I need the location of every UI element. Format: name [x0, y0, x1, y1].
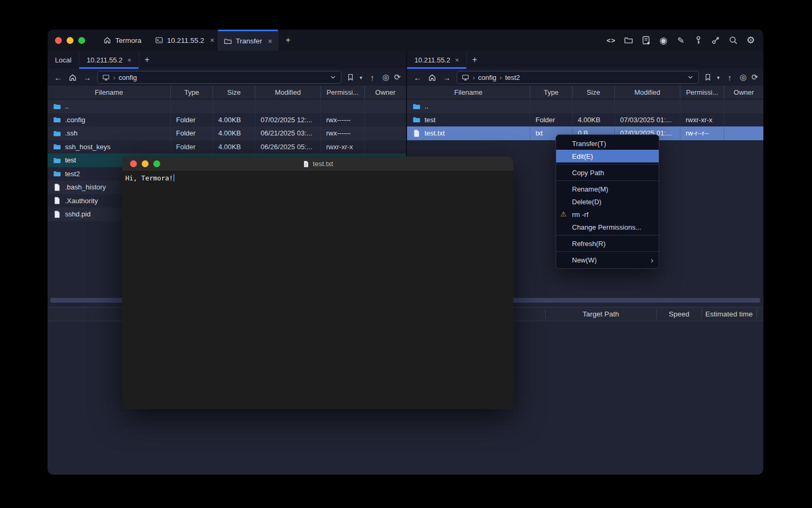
add-session-button[interactable]: +: [467, 51, 482, 69]
keychain-button[interactable]: [710, 35, 721, 46]
right-panel-toolbar: ← → › config › test2 ▾ ↑ ◎ ⟳: [407, 69, 763, 86]
close-window-button[interactable]: [55, 37, 62, 44]
column-header-target-path[interactable]: Target Path: [545, 307, 657, 321]
column-header-estimated-time[interactable]: Estimated time: [702, 307, 756, 321]
settings-button[interactable]: ⚙: [745, 35, 756, 46]
hidden-files-toggle[interactable]: ◎: [740, 72, 746, 82]
subtab-remote-session[interactable]: 10.211.55.2 ×: [79, 51, 139, 69]
parent-directory-button[interactable]: ↑: [367, 73, 377, 82]
table-row[interactable]: .config Folder4.00KB07/02/2025 12:...rwx…: [48, 113, 406, 127]
table-row[interactable]: .ssh Folder4.00KB06/21/2025 03:...rwx---…: [48, 126, 406, 140]
parent-directory-button[interactable]: ↑: [724, 73, 735, 82]
menu-item-change-permissions[interactable]: Change Permissions...: [556, 221, 659, 233]
menu-separator: [556, 251, 659, 252]
close-tab-icon[interactable]: ×: [210, 36, 214, 44]
zoom-window-button[interactable]: [78, 37, 85, 44]
column-header-modified[interactable]: Modified: [255, 86, 320, 99]
minimize-window-button[interactable]: [142, 160, 149, 167]
record-button[interactable]: ◉: [658, 35, 669, 46]
branch-icon: [711, 35, 721, 45]
app-window: Termora 10.211.55.2 × Transfer × + <> ◉ …: [48, 30, 763, 475]
bookmark-button[interactable]: [704, 73, 712, 81]
menu-item-edit[interactable]: Edit(E): [556, 150, 659, 162]
minimize-window-button[interactable]: [67, 37, 73, 44]
forward-button[interactable]: →: [441, 73, 452, 82]
titlebar: Termora 10.211.55.2 × Transfer × + <> ◉ …: [48, 30, 763, 51]
code-icon: <>: [606, 37, 615, 44]
table-row[interactable]: ssh_host_keys Folder4.00KB06/26/2025 05:…: [48, 140, 406, 154]
add-session-button[interactable]: +: [139, 51, 154, 69]
table-row[interactable]: ..: [48, 99, 406, 113]
bookmark-button[interactable]: [346, 73, 355, 81]
column-header-owner[interactable]: Owner: [364, 86, 406, 99]
tab-transfer[interactable]: Transfer ×: [218, 30, 278, 51]
close-tab-icon[interactable]: ×: [127, 56, 132, 64]
chevron-down-icon[interactable]: [687, 74, 694, 81]
log-icon: [641, 35, 651, 45]
column-header-permissions[interactable]: Permissi...: [680, 86, 724, 99]
back-button[interactable]: ←: [412, 73, 423, 82]
menu-item-rm-rf[interactable]: ⚠ rm -rf: [556, 208, 659, 221]
column-header-filename[interactable]: Filename: [407, 86, 530, 99]
table-row[interactable]: ..: [407, 99, 763, 113]
forward-button[interactable]: →: [82, 73, 93, 82]
computer-icon: [102, 74, 110, 81]
left-table-header: Filename Type Size Modified Permissi... …: [48, 86, 406, 99]
menu-item-transfer[interactable]: Transfer(T): [556, 137, 659, 150]
folder-icon: [53, 169, 61, 178]
home-button[interactable]: [428, 73, 437, 82]
bookmark-caret-icon[interactable]: ▾: [359, 75, 362, 80]
chevron-down-icon[interactable]: [329, 74, 337, 81]
tab-ssh-session[interactable]: 10.211.55.2 ×: [150, 30, 220, 51]
keys-button[interactable]: [693, 35, 704, 46]
transfer-button[interactable]: [623, 35, 634, 46]
file-icon: [53, 210, 61, 219]
bookmark-caret-icon[interactable]: ▾: [717, 75, 719, 80]
close-tab-icon[interactable]: ×: [268, 37, 272, 46]
terminal-icon: [155, 36, 163, 44]
menu-item-new[interactable]: New(W) ›: [556, 253, 659, 266]
back-button[interactable]: ←: [53, 73, 63, 82]
subtab-local[interactable]: Local: [48, 51, 79, 69]
menu-item-refresh[interactable]: Refresh(R): [556, 237, 659, 250]
new-tab-button[interactable]: +: [280, 30, 296, 51]
subtab-remote-session[interactable]: 10.211.55.2 ×: [407, 51, 467, 69]
editor-text: Hi, Termora!: [125, 174, 173, 182]
log-button[interactable]: [641, 35, 651, 46]
zoom-window-button[interactable]: [153, 160, 160, 167]
column-header-type[interactable]: Type: [530, 86, 572, 99]
submenu-arrow-icon: ›: [651, 256, 653, 265]
menu-item-rename[interactable]: Rename(M): [556, 183, 659, 195]
gear-icon: ⚙: [746, 34, 755, 46]
column-header-type[interactable]: Type: [170, 86, 213, 99]
table-row[interactable]: test Folder4.00KB07/03/2025 01:...rwxr-x…: [407, 113, 763, 127]
home-button[interactable]: [68, 73, 77, 82]
tab-label: Transfer: [236, 37, 262, 45]
path-combobox[interactable]: › config: [97, 71, 342, 84]
column-header-modified[interactable]: Modified: [614, 86, 680, 99]
column-header-permissions[interactable]: Permissi...: [320, 86, 364, 99]
path-segment: config: [118, 74, 137, 81]
column-header-size[interactable]: Size: [213, 86, 255, 99]
plus-icon: +: [144, 55, 149, 65]
column-header-filename[interactable]: Filename: [48, 86, 170, 99]
tab-label: 10.211.55.2: [167, 37, 204, 44]
refresh-button[interactable]: ⟳: [751, 72, 758, 82]
menu-item-delete[interactable]: Delete(D): [556, 195, 659, 208]
editor-title: test.txt: [313, 160, 333, 168]
editor-content[interactable]: Hi, Termora!: [122, 171, 513, 409]
close-window-button[interactable]: [130, 160, 137, 167]
menu-item-copy-path[interactable]: Copy Path: [556, 166, 659, 179]
column-header-speed[interactable]: Speed: [657, 307, 702, 321]
hidden-files-toggle[interactable]: ◎: [382, 72, 389, 82]
editor-traffic-lights: [130, 160, 160, 167]
tab-termora-home[interactable]: Termora: [98, 30, 147, 51]
column-header-size[interactable]: Size: [572, 86, 614, 99]
search-button[interactable]: [728, 35, 739, 46]
refresh-button[interactable]: ⟳: [394, 72, 401, 82]
macro-button[interactable]: <>: [606, 35, 616, 46]
close-tab-icon[interactable]: ×: [455, 56, 459, 64]
path-combobox[interactable]: › config › test2: [457, 71, 699, 84]
edit-button[interactable]: ✎: [676, 35, 686, 46]
column-header-owner[interactable]: Owner: [724, 86, 763, 99]
